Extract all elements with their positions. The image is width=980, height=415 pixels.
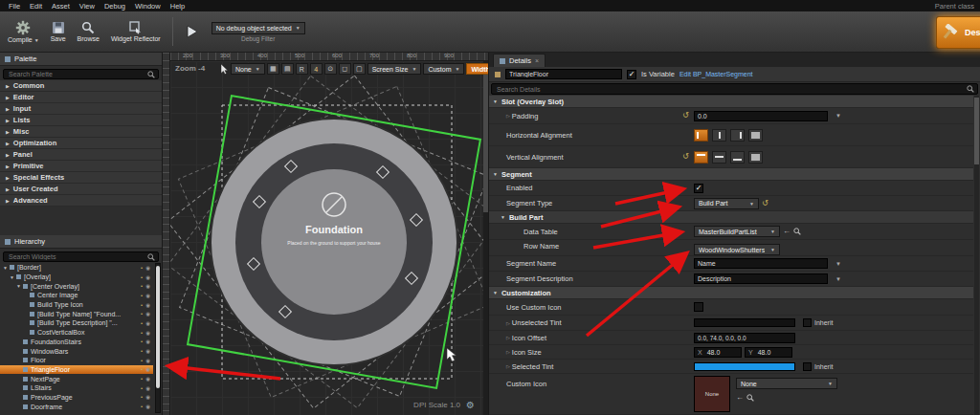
browse-to-asset-icon[interactable] [793, 228, 801, 235]
tree-item-border[interactable]: ▼[Border]▪◉ [0, 263, 153, 273]
details-scrollbar[interactable] [974, 96, 979, 415]
palette-category-misc[interactable]: ▶Misc [0, 126, 162, 138]
tree-item-foundationstairs[interactable]: FoundationStairs▪◉ [0, 338, 153, 347]
visibility-eye-icon[interactable]: ◉ [145, 311, 150, 317]
play-button[interactable] [185, 24, 200, 39]
valign-fill-button[interactable] [748, 151, 763, 164]
reset-to-default-icon[interactable]: ↺ [762, 200, 768, 208]
close-icon[interactable]: × [535, 57, 539, 64]
selected-tint-color-swatch[interactable] [694, 362, 795, 371]
tree-item-center-overlay[interactable]: ▼[Center Overlay]▪◉ [0, 281, 153, 291]
visibility-eye-icon[interactable]: ◉ [145, 385, 150, 391]
chevron-right-icon[interactable]: ▷ [506, 363, 510, 369]
visibility-eye-icon[interactable]: ◉ [145, 366, 150, 372]
tree-item-windowbars[interactable]: WindowBars▪◉ [0, 346, 153, 356]
menu-file[interactable]: File [4, 2, 25, 11]
row-name-dropdown[interactable]: WoodWindowShutters▼ [694, 244, 780, 255]
selected-tint-inherit-checkbox[interactable] [803, 362, 812, 371]
save-button[interactable]: Save [51, 21, 66, 42]
tree-item-overlay[interactable]: ▼[Overlay]▪◉ [0, 273, 153, 282]
tab-details[interactable]: Details × [493, 54, 546, 67]
preview-background-button[interactable]: ▢ [353, 63, 366, 75]
expander-icon[interactable]: ▼ [3, 265, 8, 271]
segment-name-input[interactable]: Name [694, 258, 828, 269]
design-canvas[interactable]: Zoom -4 None▼ ▦ ▤ R 4 ⊙ ◻ ▢ Screen Size▼… [170, 61, 488, 415]
tree-item-costverticalbox[interactable]: CostVerticalBox▪◉ [0, 328, 153, 338]
hierarchy-panel-header[interactable]: Hierarchy [0, 235, 162, 249]
chevron-right-icon[interactable]: ▷ [506, 335, 510, 340]
lock-viewport-button[interactable]: ⊙ [324, 63, 337, 75]
grid-snap-button[interactable]: ▤ [281, 63, 294, 75]
segment-description-input[interactable]: Description [694, 273, 828, 284]
rotation-snap-button[interactable]: R [296, 63, 308, 75]
screen-size-dropdown[interactable]: Screen Size▼ [368, 63, 422, 75]
enabled-checkbox[interactable]: ✓ [694, 184, 703, 193]
use-custom-icon-checkbox[interactable] [694, 302, 703, 312]
palette-category-user-created[interactable]: ▶User Created [0, 184, 162, 195]
chevron-right-icon[interactable]: ▷ [506, 349, 510, 355]
menu-debug[interactable]: Debug [100, 2, 130, 11]
valign-top-button[interactable] [694, 151, 708, 164]
edit-blueprint-link[interactable]: Edit BP_MasterSegment [679, 71, 753, 77]
section-build-part[interactable]: ▼ Build Part [489, 211, 973, 224]
visibility-eye-icon[interactable]: ◉ [145, 265, 150, 271]
tree-item-build-type-icon[interactable]: Build Type Icon▪◉ [0, 300, 153, 310]
tree-item-build-type-name[interactable]: [Build Type Name] "Found...▪◉ [0, 309, 153, 318]
hierarchy-search-input[interactable] [7, 252, 145, 261]
visibility-eye-icon[interactable]: ◉ [145, 302, 150, 308]
hierarchy-scrollbar[interactable] [155, 263, 161, 413]
tree-item-floor[interactable]: Floor▪◉ [0, 356, 153, 365]
is-variable-checkbox[interactable]: ✓ [627, 70, 636, 79]
designer-mode-button[interactable]: Designer [936, 16, 980, 49]
palette-category-editor[interactable]: ▶Editor [0, 92, 162, 103]
chevron-right-icon[interactable]: ▷ [506, 320, 510, 326]
width-field-label[interactable]: Width [466, 63, 488, 75]
palette-category-optimization[interactable]: ▶Optimization [0, 138, 162, 149]
palette-panel-header[interactable]: Palette [0, 53, 162, 66]
reset-to-default-icon[interactable]: ↺ [682, 153, 689, 161]
visibility-eye-icon[interactable]: ◉ [145, 376, 150, 382]
debug-object-dropdown[interactable]: No debug object selected▼ [212, 22, 305, 34]
palette-category-common[interactable]: ▶Common [0, 80, 162, 92]
palette-category-panel[interactable]: ▶Panel [0, 149, 162, 161]
valign-center-button[interactable] [712, 151, 726, 164]
palette-category-advanced[interactable]: ▶Advanced [0, 195, 162, 207]
halign-center-button[interactable] [712, 129, 726, 142]
menu-window[interactable]: Window [130, 2, 166, 11]
tree-item-center-image[interactable]: Center Image▪◉ [0, 291, 153, 300]
section-customization[interactable]: ▼ Customization [489, 287, 973, 299]
dpi-settings-gear-icon[interactable]: ⚙ [466, 400, 475, 410]
menu-view[interactable]: View [75, 2, 100, 11]
use-selected-asset-icon[interactable]: ← [783, 228, 791, 235]
grid-size-button[interactable]: 4 [310, 63, 323, 75]
menu-asset[interactable]: Asset [47, 2, 75, 11]
bind-dropdown-icon[interactable]: ▼ [835, 276, 841, 282]
icon-size-x-input[interactable]: X 48.0 [694, 347, 742, 358]
palette-category-input[interactable]: ▶Input [0, 103, 162, 115]
bind-dropdown-icon[interactable]: ▼ [835, 113, 841, 119]
browse-button[interactable]: Browse [78, 21, 100, 42]
menu-edit[interactable]: Edit [25, 2, 47, 11]
icon-offset-input[interactable]: 0.0, 74.0, 0.0, 0.0 [694, 333, 795, 343]
snap-grid-dropdown[interactable]: None▼ [231, 63, 265, 75]
visibility-eye-icon[interactable]: ◉ [145, 293, 150, 298]
widget-reflector-button[interactable]: Widget Reflector [111, 21, 161, 42]
widget-name-input[interactable] [505, 69, 622, 79]
custom-icon-thumbnail[interactable]: None [694, 376, 730, 412]
outline-toggle-button[interactable]: ◻ [339, 63, 351, 75]
tree-item-build-type-description[interactable]: [Build Type Description] "...▪◉ [0, 318, 153, 328]
tree-item-lstairs[interactable]: LStairs▪◉ [0, 383, 153, 393]
visibility-eye-icon[interactable]: ◉ [145, 404, 150, 409]
segment-type-dropdown[interactable]: Build Part▼ [694, 198, 759, 209]
tree-item-nextpage[interactable]: NextPage▪◉ [0, 374, 153, 383]
section-segment[interactable]: ▼ Segment [489, 168, 973, 181]
browse-to-asset-icon[interactable] [746, 394, 754, 402]
compile-button[interactable]: Compile▼ [8, 20, 39, 43]
visibility-eye-icon[interactable]: ◉ [145, 339, 150, 344]
bind-dropdown-icon[interactable]: ▼ [835, 261, 841, 267]
scrollbar-thumb[interactable] [974, 98, 979, 164]
valign-bottom-button[interactable] [730, 151, 745, 164]
visibility-eye-icon[interactable]: ◉ [145, 274, 150, 280]
menu-help[interactable]: Help [166, 2, 189, 11]
data-table-dropdown[interactable]: MasterBuildPartList▼ [694, 226, 780, 237]
